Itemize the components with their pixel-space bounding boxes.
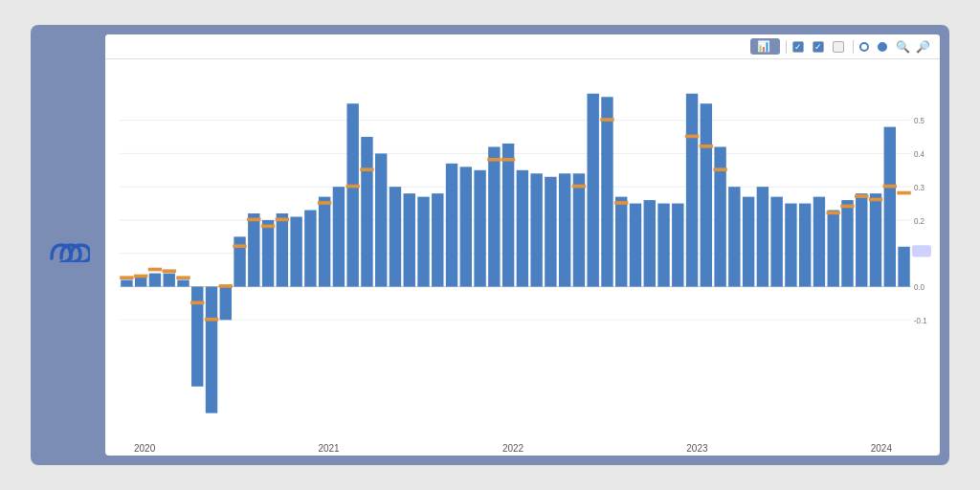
svg-rect-93 <box>856 193 867 286</box>
svg-rect-68 <box>601 97 612 286</box>
svg-rect-66 <box>572 185 586 189</box>
zoom-button[interactable]: 🔎 <box>916 40 930 54</box>
line-radio[interactable] <box>878 42 887 52</box>
svg-rect-40 <box>290 216 301 286</box>
revision-toggle[interactable] <box>833 41 847 53</box>
chart-toolbar: 📊 <box>105 34 940 59</box>
svg-rect-98 <box>883 185 897 189</box>
svg-rect-89 <box>828 211 839 287</box>
svg-rect-37 <box>261 224 275 228</box>
svg-rect-41 <box>304 211 316 287</box>
svg-rect-54 <box>446 164 457 287</box>
bar-chart: -0.10.00.10.20.30.40.5 <box>105 59 940 456</box>
svg-rect-75 <box>672 204 683 287</box>
svg-rect-58 <box>487 158 501 162</box>
svg-rect-22 <box>164 274 175 287</box>
x-label-2022: 2022 <box>502 443 523 454</box>
actual-toggle[interactable] <box>792 41 807 53</box>
svg-rect-31 <box>219 284 233 288</box>
svg-text:-0.1: -0.1 <box>914 315 927 325</box>
svg-rect-76 <box>686 94 698 287</box>
svg-rect-81 <box>713 167 726 171</box>
chart-area: -0.10.00.10.20.30.40.5 2020 2021 2022 20… <box>105 59 940 456</box>
svg-rect-43 <box>318 201 331 205</box>
svg-rect-95 <box>870 193 881 286</box>
svg-rect-67 <box>587 94 598 287</box>
svg-rect-63 <box>545 177 556 287</box>
svg-text:0.5: 0.5 <box>914 116 924 126</box>
svg-rect-21 <box>148 268 162 272</box>
svg-rect-91 <box>841 200 853 286</box>
svg-rect-85 <box>770 197 782 287</box>
svg-rect-34 <box>248 213 259 287</box>
svg-rect-61 <box>517 170 528 287</box>
svg-rect-49 <box>375 153 387 286</box>
x-label-2023: 2023 <box>686 443 707 454</box>
svg-rect-70 <box>615 197 627 287</box>
svg-rect-100 <box>897 191 910 195</box>
svg-rect-86 <box>785 204 796 287</box>
svg-text:0.0: 0.0 <box>914 281 924 292</box>
svg-rect-92 <box>840 205 854 209</box>
svg-text:0.3: 0.3 <box>914 182 924 192</box>
svg-rect-53 <box>432 193 443 286</box>
svg-rect-47 <box>361 137 372 286</box>
svg-rect-23 <box>163 269 176 273</box>
search-button[interactable]: 🔍 <box>896 40 910 54</box>
svg-rect-72 <box>630 204 641 287</box>
svg-rect-35 <box>247 218 260 222</box>
svg-rect-15 <box>912 245 931 256</box>
svg-text:0.4: 0.4 <box>914 148 924 159</box>
x-label-2024: 2024 <box>871 443 892 454</box>
svg-rect-99 <box>898 247 909 287</box>
actual-checkbox[interactable] <box>792 41 804 53</box>
svg-rect-39 <box>276 218 289 222</box>
svg-rect-69 <box>600 118 613 122</box>
svg-rect-94 <box>855 194 868 198</box>
svg-rect-18 <box>135 277 146 286</box>
svg-rect-32 <box>234 236 245 286</box>
divider-2 <box>853 40 854 54</box>
revision-checkbox[interactable] <box>833 41 844 53</box>
x-label-2020: 2020 <box>134 443 155 454</box>
forecast-checkbox[interactable] <box>813 41 824 53</box>
svg-rect-62 <box>530 173 542 286</box>
svg-rect-84 <box>757 187 768 286</box>
svg-rect-55 <box>460 167 472 286</box>
svg-rect-87 <box>799 204 811 287</box>
brand-logo <box>48 228 90 270</box>
svg-rect-38 <box>277 213 288 287</box>
svg-rect-19 <box>134 275 147 278</box>
svg-rect-29 <box>205 318 218 322</box>
svg-rect-28 <box>206 287 217 413</box>
svg-rect-25 <box>176 276 189 279</box>
svg-rect-48 <box>360 167 373 171</box>
svg-rect-52 <box>417 197 429 287</box>
svg-rect-79 <box>700 145 713 148</box>
svg-rect-73 <box>644 200 656 286</box>
chart-svg-wrapper: -0.10.00.10.20.30.40.5 <box>105 59 940 456</box>
svg-rect-90 <box>827 212 840 215</box>
svg-rect-56 <box>474 170 485 287</box>
svg-rect-64 <box>559 173 570 286</box>
line-option[interactable] <box>878 42 890 52</box>
x-label-2021: 2021 <box>318 443 339 454</box>
bar-option[interactable] <box>859 42 872 52</box>
forecast-toggle[interactable] <box>813 41 827 53</box>
svg-rect-97 <box>884 127 896 287</box>
svg-rect-46 <box>345 185 359 189</box>
range-button[interactable]: 📊 <box>750 38 780 55</box>
brand-section <box>40 34 98 456</box>
svg-rect-27 <box>190 301 204 304</box>
svg-rect-24 <box>177 280 189 287</box>
svg-rect-51 <box>404 193 415 286</box>
bar-radio[interactable] <box>859 42 869 52</box>
svg-rect-96 <box>869 198 882 202</box>
svg-rect-50 <box>390 187 401 286</box>
svg-rect-20 <box>149 274 161 287</box>
main-container: 📊 <box>31 25 949 465</box>
svg-rect-83 <box>743 197 754 287</box>
svg-rect-71 <box>614 201 628 205</box>
svg-rect-78 <box>701 103 712 286</box>
divider-1 <box>786 40 787 54</box>
